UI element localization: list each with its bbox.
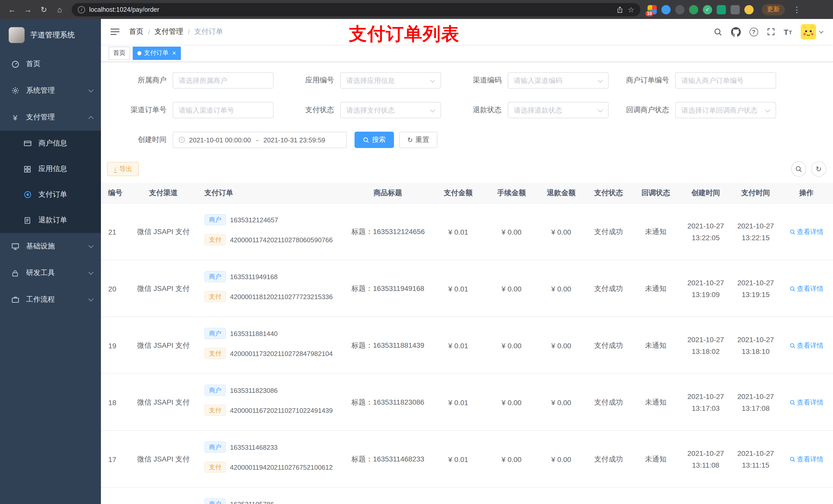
github-icon[interactable] bbox=[731, 27, 740, 37]
avatar[interactable] bbox=[801, 24, 816, 40]
date-separator: - bbox=[254, 136, 260, 144]
fullscreen-icon[interactable] bbox=[767, 28, 775, 36]
pay-status-select-field[interactable] bbox=[346, 106, 435, 114]
cell-fee: ¥ 0.00 bbox=[486, 374, 537, 431]
table-row: 18 微信 JSAPI 支付 商户 1635311823086 支付 bbox=[101, 374, 833, 431]
sidebar-item-infrastructure[interactable]: 基础设施 bbox=[0, 233, 101, 260]
sidebar-item-home[interactable]: 首页 bbox=[0, 51, 101, 77]
breadcrumb-home[interactable]: 首页 bbox=[129, 27, 143, 37]
date-range-input[interactable]: 2021-10-01 00:00:00 - 2021-10-31 23:59:5… bbox=[173, 131, 347, 148]
sidebar-item-workflow[interactable]: 工作流程 bbox=[0, 286, 101, 313]
refresh-table-button[interactable]: ↻ bbox=[811, 161, 826, 177]
extension-icon[interactable] bbox=[717, 5, 726, 14]
screen: ← → ↻ ⌂ i localhost:1024/pay/order ☆ 10 … bbox=[0, 0, 833, 504]
channel-code-select[interactable] bbox=[508, 72, 609, 89]
lock-icon bbox=[10, 269, 20, 277]
notify-status-select-field[interactable] bbox=[681, 106, 770, 114]
cell-amount: ¥ 0.01 bbox=[430, 203, 486, 260]
sidebar-item-pay-order[interactable]: 支付订单 bbox=[0, 182, 101, 208]
sidebar-item-refund-order[interactable]: 退款订单 bbox=[0, 208, 101, 233]
extension-icon[interactable] bbox=[744, 5, 754, 14]
dashboard-icon bbox=[10, 60, 20, 68]
filter-row-2: 渠道订单号 支付状态 退款状态 bbox=[106, 102, 833, 118]
extension-icon[interactable]: ✓ bbox=[703, 5, 712, 14]
channel-code-select-field[interactable] bbox=[514, 77, 602, 84]
sidebar-item-system[interactable]: 系统管理 bbox=[0, 77, 101, 104]
share-icon[interactable] bbox=[617, 6, 624, 13]
cell-order: 商户 163531105786 支付 bbox=[199, 488, 345, 504]
filter-merchant: 所属商户 bbox=[106, 72, 273, 89]
table-toolbar: ↓ 导出 ↻ bbox=[107, 161, 826, 177]
toggle-search-button[interactable] bbox=[791, 161, 806, 177]
cell-action: 查看详情 bbox=[780, 431, 833, 488]
tab-home[interactable]: 首页 bbox=[109, 46, 130, 60]
hamburger-icon[interactable] bbox=[108, 26, 122, 38]
extension-icon[interactable] bbox=[675, 5, 685, 14]
extension-icon[interactable] bbox=[731, 5, 740, 14]
notify-status-select[interactable] bbox=[675, 102, 776, 118]
merchant-input[interactable] bbox=[173, 72, 273, 89]
browser-chrome: ← → ↻ ⌂ i localhost:1024/pay/order ☆ 10 … bbox=[0, 0, 833, 19]
column-header-pay-time: 支付时间 bbox=[732, 188, 780, 197]
sidebar-menu: 首页 系统管理 ¥ 支付管理 bbox=[0, 51, 101, 313]
sidebar-item-payment[interactable]: ¥ 支付管理 bbox=[0, 104, 101, 130]
merchant-order-no-input-field[interactable] bbox=[681, 77, 770, 84]
search-icon[interactable] bbox=[713, 27, 722, 36]
export-button[interactable]: ↓ 导出 bbox=[107, 162, 139, 176]
pay-status-select[interactable] bbox=[340, 102, 441, 118]
cell-notify: 未通知 bbox=[632, 203, 680, 260]
browser-menu-icon[interactable]: ⋮ bbox=[791, 5, 803, 14]
view-detail-link[interactable]: 查看详情 bbox=[789, 227, 824, 236]
refund-status-select[interactable] bbox=[508, 102, 609, 118]
cell-status bbox=[586, 488, 632, 504]
font-size-icon[interactable]: TT bbox=[784, 28, 792, 35]
view-detail-link[interactable]: 查看详情 bbox=[789, 341, 824, 350]
sidebar-item-app-info[interactable]: 应用信息 bbox=[0, 156, 101, 182]
help-icon[interactable]: ? bbox=[749, 27, 758, 36]
cell-channel: 微信 JSAPI 支付 bbox=[127, 203, 199, 260]
refund-status-select-field[interactable] bbox=[514, 106, 602, 114]
extension-icon[interactable] bbox=[661, 5, 671, 14]
merchant-tag: 商户 bbox=[205, 328, 226, 339]
merchant-order-no-input[interactable] bbox=[675, 72, 776, 89]
back-icon[interactable]: ← bbox=[5, 3, 19, 16]
tab-pay-order[interactable]: 支付订单 × bbox=[133, 46, 181, 60]
bookmark-star-icon[interactable]: ☆ bbox=[628, 5, 634, 14]
clock-icon bbox=[178, 136, 186, 143]
app-shell: 芋道管理系统 首页 系统管理 ¥ 支付管 bbox=[0, 19, 833, 504]
reset-button[interactable]: ↻ 重置 bbox=[399, 131, 437, 148]
channel-order-no-input[interactable] bbox=[173, 102, 273, 118]
merchant-tag: 商户 bbox=[205, 498, 226, 504]
app-no-select-field[interactable] bbox=[346, 77, 435, 84]
cell-amount bbox=[430, 488, 486, 504]
extension-icon[interactable] bbox=[689, 5, 698, 14]
cell-id: 19 bbox=[101, 317, 127, 374]
url-text: localhost:1024/pay/order bbox=[89, 6, 159, 13]
user-menu[interactable] bbox=[801, 24, 823, 40]
url-bar[interactable]: i localhost:1024/pay/order ☆ bbox=[72, 3, 640, 16]
channel-order-no-input-field[interactable] bbox=[179, 106, 267, 114]
reload-icon[interactable]: ↻ bbox=[37, 3, 51, 16]
breadcrumb-pay[interactable]: 支付管理 bbox=[154, 27, 183, 37]
cell-order: 商户 1635311949168 支付 42000011812021102777… bbox=[199, 260, 345, 317]
merchant-order-no: 1635311468233 bbox=[230, 443, 278, 451]
target-icon bbox=[23, 191, 32, 199]
merchant-input-field[interactable] bbox=[179, 77, 267, 84]
sidebar-item-devtools[interactable]: 研发工具 bbox=[0, 260, 101, 286]
cell-title: 标题：1635311881439 bbox=[345, 317, 430, 374]
view-detail-link[interactable]: 查看详情 bbox=[789, 398, 824, 407]
view-detail-link[interactable]: 查看详情 bbox=[789, 284, 824, 293]
site-info-icon[interactable]: i bbox=[78, 6, 85, 13]
sidebar-logo: 芋道管理系统 bbox=[0, 19, 101, 51]
close-icon[interactable]: × bbox=[172, 50, 176, 56]
search-button[interactable]: 搜索 bbox=[355, 131, 394, 148]
browser-update-button[interactable]: 更新 bbox=[762, 4, 785, 15]
home-icon[interactable]: ⌂ bbox=[53, 3, 67, 16]
extension-icon[interactable]: 10 bbox=[647, 5, 657, 14]
view-detail-link[interactable]: 查看详情 bbox=[789, 455, 824, 464]
cell-action: 查看详情 bbox=[780, 488, 833, 504]
cell-pay-time: 2021-10-27 13:11:15 bbox=[732, 431, 780, 488]
sidebar-item-merchant-info[interactable]: 商户信息 bbox=[0, 130, 101, 156]
app-no-select[interactable] bbox=[340, 72, 441, 89]
forward-icon[interactable]: → bbox=[21, 3, 35, 16]
